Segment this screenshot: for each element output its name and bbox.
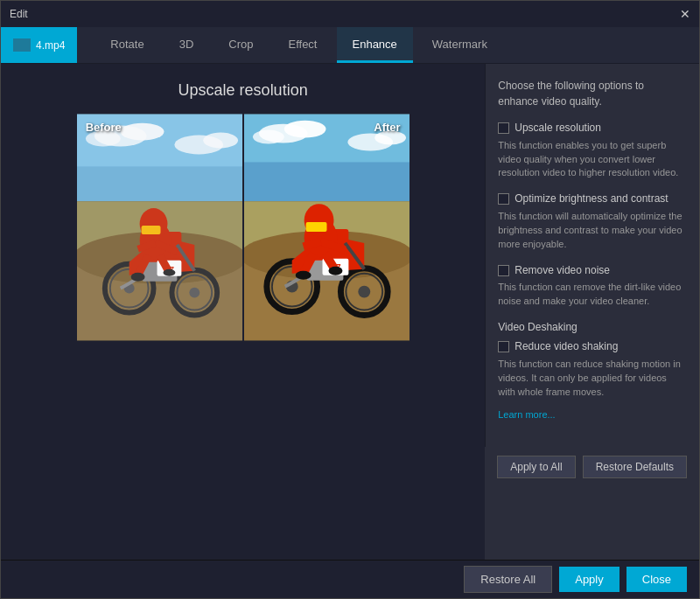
apply-to-all-button[interactable]: Apply to All [497, 456, 575, 478]
title-bar: Edit ✕ [1, 1, 699, 27]
content-area: Upscale resolution Before [1, 64, 699, 560]
edit-window: Edit ✕ 4.mp4 Rotate 3D Crop Effect Enhan… [0, 0, 700, 599]
svg-point-35 [284, 121, 326, 138]
tab-enhance[interactable]: Enhance [337, 27, 413, 63]
svg-rect-31 [77, 115, 242, 341]
tab-watermark[interactable]: Watermark [416, 27, 503, 63]
learn-more-link[interactable]: Learn more... [498, 409, 555, 420]
window-close-button[interactable]: ✕ [680, 8, 690, 20]
close-button[interactable]: Close [626, 567, 687, 592]
deshaking-checkbox[interactable] [498, 341, 509, 352]
noise-checkbox[interactable] [498, 265, 509, 276]
upscale-label: Upscale resolution [514, 122, 601, 136]
svg-point-57 [304, 204, 333, 237]
after-label: After [374, 121, 400, 134]
deshaking-section: Video Deshaking Reduce video shaking Thi… [498, 321, 682, 420]
settings-panel: Choose the following options to enhance … [485, 64, 695, 447]
noise-label: Remove video noise [514, 264, 610, 278]
svg-point-36 [253, 130, 284, 144]
noise-option-group: Remove video noise This function can rem… [498, 264, 682, 309]
upscale-checkbox[interactable] [498, 122, 509, 134]
brightness-option-row: Optimize brightness and contrast [498, 192, 682, 206]
before-label: Before [86, 121, 122, 134]
noise-option-row: Remove video noise [498, 264, 682, 278]
nav-tabs: Rotate 3D Crop Effect Enhance Watermark [94, 27, 503, 63]
tab-effect[interactable]: Effect [272, 27, 332, 63]
svg-rect-58 [305, 222, 326, 232]
preview-panel: Upscale resolution Before [1, 64, 485, 560]
deshaking-option-row: Reduce video shaking [498, 340, 682, 354]
upscale-desc: This function enables you to get superb … [498, 139, 682, 181]
tab-crop[interactable]: Crop [213, 27, 269, 63]
tab-bar: 4.mp4 Rotate 3D Crop Effect Enhance Wate… [1, 27, 699, 64]
noise-desc: This function can remove the dirt-like v… [498, 281, 682, 309]
upscale-option-row: Upscale resolution [498, 122, 682, 136]
file-tab[interactable]: 4.mp4 [1, 27, 77, 63]
settings-intro: Choose the following options to enhance … [498, 78, 682, 109]
brightness-option-group: Optimize brightness and contrast This fu… [498, 192, 682, 251]
file-tab-label: 4.mp4 [36, 39, 65, 52]
right-panel: Choose the following options to enhance … [485, 64, 699, 560]
before-image: Before [77, 114, 242, 341]
tab-rotate[interactable]: Rotate [94, 27, 159, 63]
brightness-desc: This function will automatically optimiz… [498, 210, 682, 252]
after-image: After [244, 114, 410, 341]
footer: Restore All Apply Close [1, 560, 699, 598]
preview-title: Upscale resolution [178, 81, 308, 100]
svg-point-61 [295, 271, 311, 280]
restore-defaults-button[interactable]: Restore Defaults [583, 456, 687, 478]
apply-button[interactable]: Apply [559, 567, 620, 592]
deshaking-section-header: Video Deshaking [498, 321, 682, 333]
preview-images: Before [77, 114, 410, 341]
restore-all-button[interactable]: Restore All [464, 566, 552, 593]
window-title: Edit [10, 8, 28, 20]
deshaking-label: Reduce video shaking [514, 340, 618, 354]
file-icon [13, 38, 31, 52]
brightness-label: Optimize brightness and contrast [514, 192, 668, 206]
svg-line-56 [303, 241, 320, 247]
settings-bottom-buttons: Apply to All Restore Defaults [485, 447, 699, 487]
svg-point-62 [328, 267, 342, 275]
tab-3d[interactable]: 3D [164, 27, 210, 63]
deshaking-desc: This function can reduce shaking motion … [498, 358, 682, 400]
brightness-checkbox[interactable] [498, 193, 509, 205]
svg-point-47 [358, 286, 370, 298]
upscale-option-group: Upscale resolution This function enables… [498, 122, 682, 180]
